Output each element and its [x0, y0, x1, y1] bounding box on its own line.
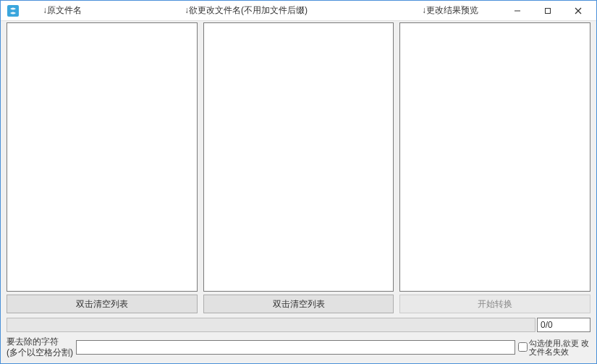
listbox-desired[interactable]: [203, 22, 394, 292]
listbox-original[interactable]: [7, 22, 198, 292]
disable-rename-check-wrap[interactable]: 勾选使用,欲更 改文件名失效: [518, 339, 590, 356]
column-original: 双击清空列表: [7, 22, 198, 313]
header-label-preview: ↓更改结果预览: [422, 4, 478, 17]
app-icon: [7, 4, 20, 17]
remove-chars-input[interactable]: [76, 340, 515, 355]
svg-rect-0: [7, 5, 19, 17]
progress-row: 0/0: [7, 318, 590, 332]
titlebar: ↓原文件名 ↓欲更改文件名(不用加文件后缀) ↓更改结果预览: [1, 1, 596, 21]
clear-original-button[interactable]: 双击清空列表: [7, 295, 198, 313]
svg-rect-2: [546, 8, 551, 13]
close-button[interactable]: [563, 1, 593, 20]
header-label-desired: ↓欲更改文件名(不用加文件后缀): [185, 4, 308, 17]
column-desired: 双击清空列表: [203, 22, 394, 313]
app-window: ↓原文件名 ↓欲更改文件名(不用加文件后缀) ↓更改结果预览 双击清空列表: [0, 0, 597, 364]
minimize-button[interactable]: [502, 1, 533, 20]
window-controls: [502, 1, 593, 20]
progress-count: 0/0: [537, 318, 590, 332]
columns: 双击清空列表 双击清空列表 开始转换: [7, 22, 590, 313]
bottom-row: 要去除的字符 (多个以空格分割) 勾选使用,欲更 改文件名失效: [7, 337, 590, 357]
content-area: 双击清空列表 双击清空列表 开始转换 0/0 要去除的字符 (多个以空格分割) …: [1, 21, 596, 363]
progress-bar: [7, 318, 535, 332]
disable-rename-label: 勾选使用,欲更 改文件名失效: [529, 339, 590, 356]
column-preview: 开始转换: [399, 22, 590, 313]
clear-desired-button[interactable]: 双击清空列表: [203, 295, 394, 313]
title-labels: ↓原文件名 ↓欲更改文件名(不用加文件后缀) ↓更改结果预览: [25, 1, 502, 20]
maximize-button[interactable]: [533, 1, 563, 20]
remove-chars-label: 要去除的字符 (多个以空格分割): [7, 337, 73, 357]
start-convert-button[interactable]: 开始转换: [399, 295, 590, 313]
listbox-preview[interactable]: [399, 22, 590, 292]
header-label-original: ↓原文件名: [43, 4, 82, 17]
disable-rename-checkbox[interactable]: [518, 342, 528, 352]
